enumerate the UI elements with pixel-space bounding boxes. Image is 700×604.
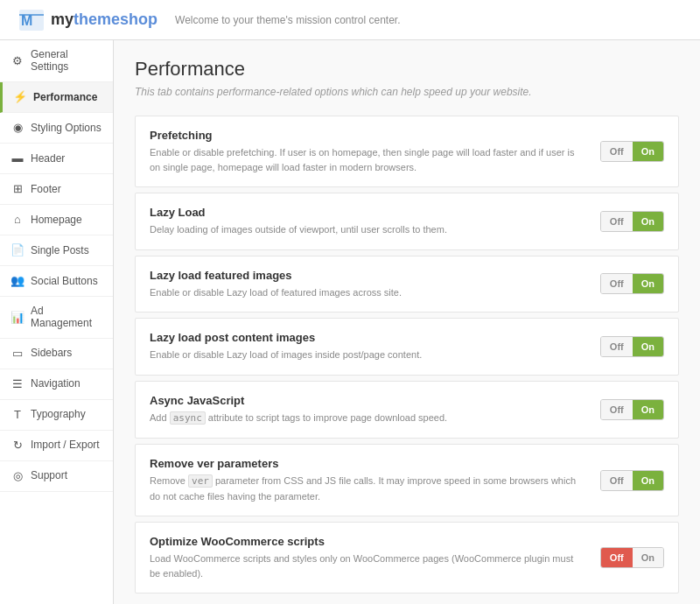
- toggle-on-lazy-load-featured[interactable]: On: [633, 274, 663, 293]
- toggle-remove-ver-params[interactable]: OffOn: [600, 470, 664, 491]
- logo: M mythemeshop: [18, 6, 158, 34]
- sidebar-label-navigation: Navigation: [31, 377, 80, 390]
- navigation-icon: ☰: [10, 377, 24, 391]
- app-layout: ⚙General Settings⚡Performance◉Styling Op…: [0, 40, 700, 604]
- toggle-off-optimize-woocommerce[interactable]: Off: [601, 548, 633, 567]
- social-buttons-icon: 👥: [10, 274, 24, 288]
- toggle-on-remove-ver-params[interactable]: On: [633, 471, 663, 490]
- sidebar-item-styling-options[interactable]: ◉Styling Options: [0, 113, 113, 144]
- performance-icon: ⚡: [13, 90, 27, 104]
- settings-row-prefetching: PrefetchingEnable or disable prefetching…: [135, 116, 679, 187]
- support-icon: ◎: [10, 469, 24, 483]
- settings-row-lazy-load-featured: Lazy load featured imagesEnable or disab…: [135, 256, 679, 313]
- sidebar-label-support: Support: [31, 469, 67, 481]
- toggle-optimize-woocommerce[interactable]: OffOn: [600, 547, 664, 568]
- sidebar-item-performance[interactable]: ⚡Performance: [0, 82, 113, 113]
- sidebar-item-single-posts[interactable]: 📄Single Posts: [0, 235, 113, 266]
- settings-row-async-javascript: Async JavaScriptAdd async attribute to s…: [135, 381, 679, 439]
- settings-row-desc-lazy-load: Delay loading of images outside of viewp…: [150, 222, 583, 237]
- sidebar-label-sidebars: Sidebars: [31, 347, 72, 359]
- typography-icon: T: [10, 408, 24, 422]
- general-settings-icon: ⚙: [10, 53, 24, 67]
- settings-row-content-lazy-load-post-content: Lazy load post content imagesEnable or d…: [150, 331, 583, 362]
- toggle-off-lazy-load-post-content[interactable]: Off: [601, 337, 633, 356]
- settings-row-desc-optimize-woocommerce: Load WooCommerce scripts and styles only…: [150, 551, 583, 580]
- page-description: This tab contains performance-related op…: [135, 86, 679, 98]
- settings-row-lazy-load-post-content: Lazy load post content imagesEnable or d…: [135, 318, 679, 376]
- toggle-on-prefetching[interactable]: On: [633, 142, 663, 161]
- header-tagline: Welcome to your theme's mission control …: [175, 14, 401, 26]
- sidebar-label-single-posts: Single Posts: [31, 244, 89, 256]
- settings-row-code-remove-ver-params: ver: [188, 474, 213, 488]
- sidebar-item-import-export[interactable]: ↻Import / Export: [0, 431, 113, 461]
- settings-row-content-prefetching: PrefetchingEnable or disable prefetching…: [150, 129, 583, 174]
- toggle-lazy-load-post-content[interactable]: OffOn: [600, 336, 664, 357]
- sidebar-label-header: Header: [31, 152, 65, 165]
- sidebars-icon: ▭: [10, 347, 24, 361]
- settings-row-content-async-javascript: Async JavaScriptAdd async attribute to s…: [150, 394, 583, 426]
- settings-row-content-lazy-load-featured: Lazy load featured imagesEnable or disab…: [150, 269, 583, 300]
- toggle-async-javascript[interactable]: OffOn: [600, 399, 664, 420]
- settings-row-title-async-javascript: Async JavaScript: [150, 394, 583, 407]
- sidebar-label-typography: Typography: [31, 408, 86, 420]
- sidebar-item-typography[interactable]: TTypography: [0, 400, 113, 431]
- settings-row-desc-prefetching: Enable or disable prefetching. If user i…: [150, 145, 583, 174]
- sidebar-label-performance: Performance: [33, 91, 97, 103]
- header-icon: ▬: [10, 151, 24, 165]
- settings-row-desc-lazy-load-featured: Enable or disable Lazy load of featured …: [150, 285, 583, 300]
- sidebar-item-header[interactable]: ▬Header: [0, 144, 113, 174]
- settings-row-code-async-javascript: async: [170, 411, 206, 425]
- ad-management-icon: 📊: [10, 310, 24, 324]
- toggle-off-lazy-load[interactable]: Off: [601, 212, 633, 231]
- sidebar-item-navigation[interactable]: ☰Navigation: [0, 369, 113, 400]
- toggle-on-optimize-woocommerce[interactable]: On: [633, 548, 663, 567]
- toggle-on-lazy-load[interactable]: On: [633, 212, 663, 231]
- styling-options-icon: ◉: [10, 121, 24, 135]
- sidebar-label-ad-management: Ad Management: [31, 305, 102, 330]
- sidebar-label-general-settings: General Settings: [31, 48, 102, 74]
- settings-rows: PrefetchingEnable or disable prefetching…: [135, 116, 679, 593]
- settings-row-lazy-load: Lazy LoadDelay loading of images outside…: [135, 193, 679, 250]
- settings-row-desc-lazy-load-post-content: Enable or disable Lazy load of images in…: [150, 348, 583, 362]
- single-posts-icon: 📄: [10, 243, 24, 257]
- sidebar-label-footer: Footer: [31, 183, 61, 195]
- toggle-prefetching[interactable]: OffOn: [600, 141, 664, 162]
- settings-row-optimize-woocommerce: Optimize WooCommerce scriptsLoad WooComm…: [135, 522, 679, 593]
- settings-row-title-lazy-load-post-content: Lazy load post content images: [150, 331, 583, 344]
- sidebar-label-import-export: Import / Export: [31, 439, 100, 451]
- footer-icon: ⊞: [10, 182, 24, 196]
- sidebar-item-footer[interactable]: ⊞Footer: [0, 174, 113, 205]
- settings-row-title-remove-ver-params: Remove ver parameters: [150, 457, 583, 470]
- settings-row-title-lazy-load: Lazy Load: [150, 206, 583, 219]
- sidebar-item-ad-management[interactable]: 📊Ad Management: [0, 297, 113, 339]
- settings-row-remove-ver-params: Remove ver parametersRemove ver paramete…: [135, 444, 679, 516]
- settings-row-title-prefetching: Prefetching: [150, 129, 583, 142]
- settings-row-title-lazy-load-featured: Lazy load featured images: [150, 269, 583, 282]
- sidebar-label-social-buttons: Social Buttons: [31, 275, 98, 287]
- settings-row-content-remove-ver-params: Remove ver parametersRemove ver paramete…: [150, 457, 583, 503]
- page-title: Performance: [135, 58, 679, 81]
- sidebar-item-homepage[interactable]: ⌂Homepage: [0, 205, 113, 235]
- settings-row-content-lazy-load: Lazy LoadDelay loading of images outside…: [150, 206, 583, 237]
- toggle-lazy-load-featured[interactable]: OffOn: [600, 273, 664, 294]
- settings-row-title-optimize-woocommerce: Optimize WooCommerce scripts: [150, 535, 583, 548]
- logo-text: mythemeshop: [51, 11, 158, 29]
- toggle-lazy-load[interactable]: OffOn: [600, 211, 664, 232]
- settings-row-desc-remove-ver-params: Remove ver parameter from CSS and JS fil…: [150, 474, 583, 503]
- sidebar: ⚙General Settings⚡Performance◉Styling Op…: [0, 40, 114, 604]
- sidebar-item-sidebars[interactable]: ▭Sidebars: [0, 339, 113, 369]
- toggle-on-lazy-load-post-content[interactable]: On: [633, 337, 663, 356]
- toggle-off-lazy-load-featured[interactable]: Off: [601, 274, 633, 293]
- sidebar-item-general-settings[interactable]: ⚙General Settings: [0, 40, 113, 82]
- toggle-off-remove-ver-params[interactable]: Off: [601, 471, 633, 490]
- homepage-icon: ⌂: [10, 213, 24, 227]
- toggle-off-async-javascript[interactable]: Off: [601, 400, 633, 419]
- toggle-off-prefetching[interactable]: Off: [601, 142, 633, 161]
- sidebar-label-homepage: Homepage: [31, 214, 82, 226]
- settings-row-content-optimize-woocommerce: Optimize WooCommerce scriptsLoad WooComm…: [150, 535, 583, 580]
- toggle-on-async-javascript[interactable]: On: [633, 400, 663, 419]
- sidebar-item-social-buttons[interactable]: 👥Social Buttons: [0, 266, 113, 297]
- import-export-icon: ↻: [10, 439, 24, 453]
- sidebar-item-support[interactable]: ◎Support: [0, 461, 113, 492]
- sidebar-label-styling-options: Styling Options: [31, 122, 102, 134]
